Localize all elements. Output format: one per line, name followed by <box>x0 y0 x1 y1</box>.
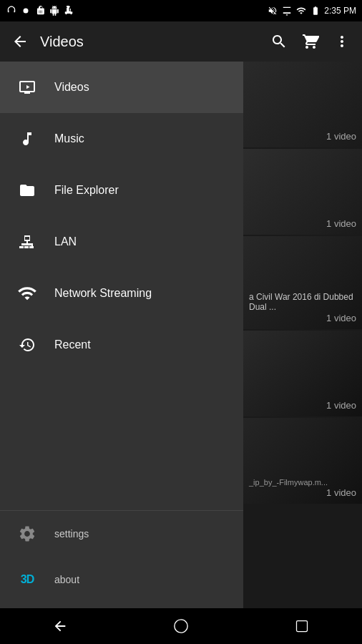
svg-point-1 <box>175 620 187 633</box>
sidebar-item-network-streaming-label: Network Streaming <box>54 287 152 300</box>
back-button[interactable] <box>6 27 34 56</box>
sidebar-item-music[interactable]: Music <box>0 113 243 165</box>
drawer-menu: Videos Music File Explorer <box>0 62 243 510</box>
video-item-title: _ip_by_-Filmywap.m... <box>249 478 356 487</box>
settings-icon <box>14 521 40 547</box>
network-streaming-icon <box>14 280 40 306</box>
sidebar-item-music-label: Music <box>54 132 84 145</box>
video-item-count: 1 video <box>326 218 356 229</box>
sidebar-item-about[interactable]: 3D about <box>0 557 243 602</box>
status-icons-right: 2:35 PM <box>267 5 356 16</box>
android-icon <box>49 5 60 16</box>
sidebar-item-network-streaming[interactable]: Network Streaming <box>0 268 243 319</box>
folder-icon <box>14 177 40 203</box>
battery-icon <box>310 5 321 16</box>
nav-back-button[interactable] <box>39 608 82 644</box>
sidebar-item-file-explorer[interactable]: File Explorer <box>0 165 243 216</box>
video-list-item[interactable]: a Civil War 2016 di Dubbed Dual ... 1 vi… <box>243 236 362 329</box>
drawer-bottom: settings 3D about <box>0 511 243 608</box>
suitcase-icon <box>34 5 46 16</box>
svg-point-0 <box>24 9 29 14</box>
usb-icon <box>63 5 74 16</box>
status-icons-left <box>6 5 74 16</box>
music-icon <box>14 126 40 152</box>
sidebar-item-file-explorer-label: File Explorer <box>54 184 119 197</box>
nav-home-button[interactable] <box>160 608 202 644</box>
sidebar-item-videos[interactable]: Videos <box>0 62 243 113</box>
sidebar-item-about-label: about <box>54 574 79 585</box>
video-item-title: a Civil War 2016 di Dubbed Dual ... <box>249 292 356 312</box>
video-item-count: 1 video <box>326 131 356 142</box>
video-list-item[interactable]: 1 video <box>243 62 362 147</box>
recent-icon <box>14 332 40 358</box>
record-icon <box>20 5 31 16</box>
main-content: Videos Music File Explorer <box>0 62 362 608</box>
video-icon <box>14 74 40 100</box>
video-item-count: 1 video <box>326 313 356 323</box>
video-list: 1 video 1 video a Civil War 2016 di Dubb… <box>243 62 362 608</box>
app-bar: Videos <box>0 21 362 62</box>
signal-icon <box>295 5 307 16</box>
sidebar-item-lan-label: LAN <box>54 235 77 248</box>
more-options-button[interactable] <box>328 27 356 56</box>
time-display: 2:35 PM <box>324 6 356 16</box>
sidebar-item-recent[interactable]: Recent <box>0 319 243 371</box>
sidebar-item-settings-label: settings <box>54 528 89 540</box>
headset-icon <box>6 5 17 16</box>
wifi-off-icon <box>281 5 293 16</box>
app-bar-actions <box>265 27 356 56</box>
svg-rect-2 <box>296 621 307 632</box>
sidebar-item-videos-label: Videos <box>54 81 89 94</box>
video-list-item[interactable]: _ip_by_-Filmywap.m... 1 video <box>243 418 362 504</box>
video-item-count: 1 video <box>326 487 356 498</box>
sidebar-item-settings[interactable]: settings <box>0 511 243 557</box>
about-3d-icon: 3D <box>14 567 40 592</box>
sidebar-item-recent-label: Recent <box>54 338 91 351</box>
video-list-item[interactable]: 1 video <box>243 149 362 235</box>
status-bar: 2:35 PM <box>0 0 362 21</box>
lan-icon <box>14 229 40 255</box>
nav-recents-button[interactable] <box>280 608 323 644</box>
sidebar-item-lan[interactable]: LAN <box>0 216 243 268</box>
navigation-drawer: Videos Music File Explorer <box>0 62 243 608</box>
cart-button[interactable] <box>296 27 325 56</box>
nav-bar <box>0 608 362 644</box>
video-list-item[interactable]: 1 video <box>243 331 362 416</box>
page-title: Videos <box>40 34 265 50</box>
search-button[interactable] <box>265 27 293 56</box>
video-item-count: 1 video <box>326 400 356 411</box>
mute-icon <box>267 5 278 16</box>
